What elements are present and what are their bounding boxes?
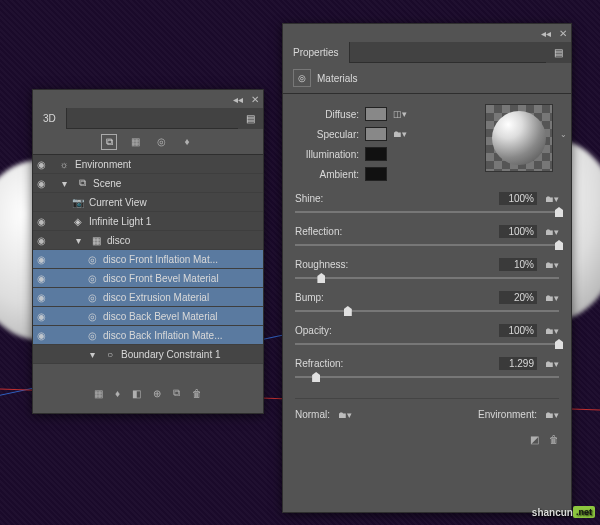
slider-value[interactable]: 100%	[499, 324, 537, 337]
tab-properties[interactable]: Properties	[283, 42, 350, 63]
tree-row[interactable]: ◉◎disco Front Inflation Mat...	[33, 250, 263, 269]
filter-material-icon[interactable]: ◎	[153, 134, 169, 150]
slider-track[interactable]	[295, 339, 559, 349]
new-camera-icon[interactable]: ◧	[132, 388, 141, 399]
item-label: Scene	[93, 178, 121, 189]
expand-icon[interactable]: ▾	[57, 178, 71, 189]
slider-thumb[interactable]	[312, 372, 320, 382]
tree-row[interactable]: ◉◈Infinite Light 1	[33, 212, 263, 231]
delete-icon[interactable]: 🗑	[192, 388, 202, 399]
section-label: Materials	[317, 73, 358, 84]
section-materials[interactable]: ◎ Materials	[283, 63, 571, 94]
normal-texture-icon[interactable]: 🖿▾	[338, 410, 352, 420]
visibility-icon[interactable]: ◉	[37, 216, 49, 227]
tree-row[interactable]: ◉◎disco Extrusion Material	[33, 288, 263, 307]
specular-texture-icon[interactable]: 🖿▾	[393, 129, 407, 139]
collapse-icon[interactable]: ◂◂	[233, 94, 243, 105]
trash-icon[interactable]: 🗑	[549, 434, 559, 445]
item-type-icon: ⧉	[75, 177, 89, 189]
ambient-swatch[interactable]	[365, 167, 387, 181]
slider-value[interactable]: 1.299	[499, 357, 537, 370]
tree-row[interactable]: ▾○Boundary Constraint 1	[33, 345, 263, 364]
slider-thumb[interactable]	[555, 240, 563, 250]
item-type-icon: ◎	[85, 254, 99, 265]
close-icon[interactable]: ✕	[559, 28, 567, 39]
tree-row[interactable]: ◉▾⧉Scene	[33, 174, 263, 193]
panel-menu-icon[interactable]: ▤	[238, 108, 263, 129]
item-label: disco Extrusion Material	[103, 292, 209, 303]
slider-label: Opacity:	[295, 325, 332, 336]
panel-3d: ◂◂ ✕ 3D ▤ ⧉ ▦ ◎ ♦ ◉☼Environment◉▾⧉Scene📷…	[32, 89, 264, 414]
slider-texture-icon[interactable]: 🖿▾	[545, 326, 559, 336]
slider-texture-icon[interactable]: 🖿▾	[545, 293, 559, 303]
item-type-icon: ▦	[89, 235, 103, 246]
slider-texture-icon[interactable]: 🖿▾	[545, 227, 559, 237]
slider-label: Reflection:	[295, 226, 342, 237]
tree-row[interactable]: ◉◎disco Front Bevel Material	[33, 269, 263, 288]
slider-value[interactable]: 100%	[499, 192, 537, 205]
specular-swatch[interactable]	[365, 127, 387, 141]
ambient-label: Ambient:	[295, 169, 365, 180]
filter-scene-icon[interactable]: ⧉	[101, 134, 117, 150]
slider-value[interactable]: 100%	[499, 225, 537, 238]
expand-icon[interactable]: ▾	[85, 349, 99, 360]
item-type-icon: ◎	[85, 311, 99, 322]
close-icon[interactable]: ✕	[251, 94, 259, 105]
item-label: disco	[107, 235, 130, 246]
slider-track[interactable]	[295, 273, 559, 283]
tree-row[interactable]: ◉◎disco Back Bevel Material	[33, 307, 263, 326]
new-mesh-icon[interactable]: ▦	[94, 388, 103, 399]
slider-texture-icon[interactable]: 🖿▾	[545, 359, 559, 369]
tree-row[interactable]: ◉▾▦disco	[33, 231, 263, 250]
visibility-icon[interactable]: ◉	[37, 235, 49, 246]
panel-menu-icon[interactable]: ▤	[546, 42, 571, 63]
duplicate-icon[interactable]: ⧉	[173, 387, 180, 399]
slider-thumb[interactable]	[555, 207, 563, 217]
collapse-icon[interactable]: ◂◂	[541, 28, 551, 39]
environment-texture-icon[interactable]: 🖿▾	[545, 410, 559, 420]
expand-icon[interactable]: ▾	[71, 235, 85, 246]
tree-row[interactable]: ◉◎disco Back Inflation Mate...	[33, 326, 263, 345]
slider-row: Shine:100%🖿▾	[295, 192, 559, 217]
visibility-icon[interactable]: ◉	[37, 254, 49, 265]
visibility-icon[interactable]: ◉	[37, 330, 49, 341]
slider-thumb[interactable]	[555, 339, 563, 349]
slider-thumb[interactable]	[344, 306, 352, 316]
slider-track[interactable]	[295, 306, 559, 316]
slider-value[interactable]: 20%	[499, 291, 537, 304]
material-preview[interactable]	[485, 104, 553, 172]
panel-props-topbar: ◂◂ ✕	[283, 24, 571, 42]
specular-label: Specular:	[295, 129, 365, 140]
slider-track[interactable]	[295, 372, 559, 382]
diffuse-swatch[interactable]	[365, 107, 387, 121]
slider-texture-icon[interactable]: 🖿▾	[545, 194, 559, 204]
illumination-swatch[interactable]	[365, 147, 387, 161]
filter-light-icon[interactable]: ♦	[179, 134, 195, 150]
slider-thumb[interactable]	[317, 273, 325, 283]
visibility-icon[interactable]: ◉	[37, 292, 49, 303]
tabbar-props: Properties ▤	[283, 42, 571, 63]
visibility-icon[interactable]: ◉	[37, 178, 49, 189]
environment-label: Environment:	[478, 409, 537, 420]
item-type-icon: ◎	[85, 330, 99, 341]
item-type-icon: ☼	[57, 159, 71, 170]
slider-value[interactable]: 10%	[499, 258, 537, 271]
slider-label: Roughness:	[295, 259, 348, 270]
visibility-icon[interactable]: ◉	[37, 159, 49, 170]
tab-3d[interactable]: 3D	[33, 108, 67, 129]
slider-row: Opacity:100%🖿▾	[295, 324, 559, 349]
add-icon[interactable]: ⊕	[153, 388, 161, 399]
diffuse-texture-icon[interactable]: ◫▾	[393, 109, 407, 119]
slider-texture-icon[interactable]: 🖿▾	[545, 260, 559, 270]
tree-row[interactable]: ◉☼Environment	[33, 155, 263, 174]
slider-track[interactable]	[295, 207, 559, 217]
tree-row[interactable]: 📷Current View	[33, 193, 263, 212]
slider-label: Refraction:	[295, 358, 343, 369]
filter-mesh-icon[interactable]: ▦	[127, 134, 143, 150]
render-settings-icon[interactable]: ◩	[530, 434, 539, 445]
slider-track[interactable]	[295, 240, 559, 250]
new-light-icon[interactable]: ♦	[115, 388, 120, 399]
visibility-icon[interactable]: ◉	[37, 273, 49, 284]
preview-dropdown-icon[interactable]: ⌄	[560, 130, 567, 139]
visibility-icon[interactable]: ◉	[37, 311, 49, 322]
